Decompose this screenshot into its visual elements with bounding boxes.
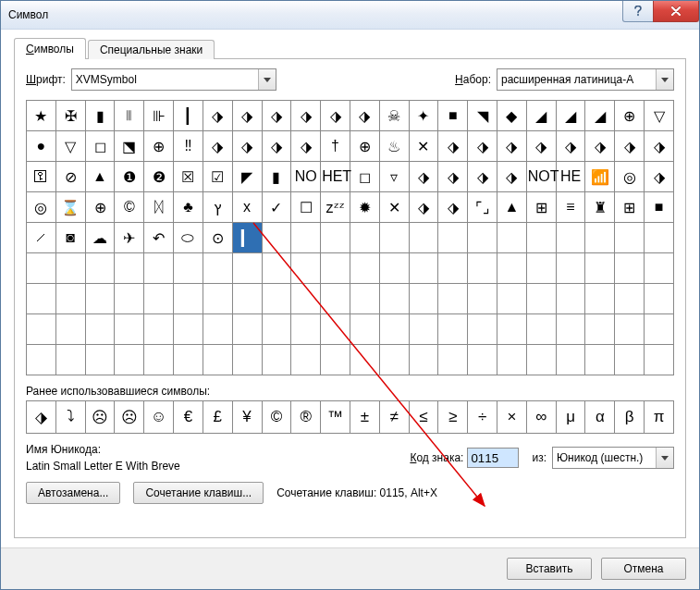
symbol-cell[interactable]: ☒ xyxy=(174,162,203,192)
symbol-cell[interactable] xyxy=(291,253,321,284)
symbol-cell[interactable]: ⬗ xyxy=(262,101,291,131)
symbol-cell[interactable]: HET xyxy=(321,162,350,192)
symbol-cell[interactable] xyxy=(85,314,115,345)
symbol-cell[interactable]: ▲ xyxy=(85,162,115,192)
symbol-cell[interactable] xyxy=(27,345,56,375)
symbol-cell[interactable]: ⬗ xyxy=(262,131,291,162)
symbol-cell[interactable]: ⬗ xyxy=(438,192,468,223)
symbol-cell[interactable]: ‼ xyxy=(174,131,203,162)
symbol-cell[interactable] xyxy=(409,284,438,314)
symbol-cell[interactable] xyxy=(262,223,291,253)
symbol-cell[interactable]: ✹ xyxy=(350,192,379,223)
symbol-cell[interactable]: ⬔ xyxy=(115,131,144,162)
symbol-cell[interactable]: ▿ xyxy=(379,162,409,192)
recent-cell[interactable]: ™ xyxy=(321,401,350,434)
help-button[interactable] xyxy=(622,1,654,22)
symbol-cell[interactable] xyxy=(321,223,350,253)
symbol-cell[interactable]: ★ xyxy=(27,101,56,131)
symbol-cell[interactable] xyxy=(615,223,645,253)
symbol-cell[interactable]: ⊪ xyxy=(144,101,174,131)
symbol-cell[interactable]: ⦀ xyxy=(115,101,144,131)
symbol-cell[interactable] xyxy=(174,253,203,284)
symbol-cell[interactable] xyxy=(526,223,556,253)
recent-cell[interactable]: £ xyxy=(203,401,232,434)
symbol-cell[interactable] xyxy=(497,284,527,314)
symbol-cell[interactable] xyxy=(203,284,232,314)
symbol-cell[interactable]: ■ xyxy=(645,192,674,223)
symbol-cell[interactable]: ⊙ xyxy=(203,223,232,253)
autoreplace-button[interactable]: Автозамена... xyxy=(26,482,120,504)
symbol-cell[interactable] xyxy=(645,284,674,314)
symbol-cell[interactable]: ≡ xyxy=(556,192,585,223)
symbol-cell[interactable] xyxy=(144,314,174,345)
symbol-cell[interactable]: ◥ xyxy=(468,101,497,131)
symbol-cell[interactable]: zᶻᶻ xyxy=(321,192,350,223)
recent-cell[interactable]: π xyxy=(645,401,674,434)
recent-cell[interactable]: © xyxy=(262,401,291,434)
symbol-cell[interactable]: ⬗ xyxy=(438,162,468,192)
symbol-cell[interactable] xyxy=(27,253,56,284)
symbol-cell[interactable] xyxy=(526,314,556,345)
symbol-cell[interactable]: ◎ xyxy=(615,162,645,192)
symbol-cell[interactable]: ⬗ xyxy=(203,131,232,162)
symbol-cell[interactable]: ⊕ xyxy=(85,192,115,223)
symbol-cell[interactable]: ⊘ xyxy=(55,162,85,192)
from-combo[interactable]: Юникод (шестн.) xyxy=(552,447,674,469)
symbol-cell[interactable] xyxy=(526,253,556,284)
recent-cell[interactable]: ⬗ xyxy=(27,401,56,434)
symbol-cell[interactable]: ♜ xyxy=(585,192,615,223)
tab-symbols[interactable]: Символы xyxy=(14,38,86,59)
symbol-cell[interactable]: ⬗ xyxy=(203,101,232,131)
close-button[interactable] xyxy=(653,1,699,22)
symbol-cell[interactable] xyxy=(379,223,409,253)
symbol-cell[interactable] xyxy=(468,345,497,375)
symbol-cell[interactable] xyxy=(350,223,379,253)
symbol-cell[interactable]: ◤ xyxy=(232,162,262,192)
symbol-cell[interactable] xyxy=(232,345,262,375)
symbol-cell[interactable] xyxy=(55,314,85,345)
symbol-cell[interactable] xyxy=(174,284,203,314)
symbol-cell[interactable] xyxy=(55,253,85,284)
symbol-cell[interactable]: x xyxy=(232,192,262,223)
symbol-cell[interactable] xyxy=(321,253,350,284)
code-input[interactable] xyxy=(467,448,519,468)
symbol-cell[interactable]: ◢ xyxy=(585,101,615,131)
symbol-cell[interactable]: ץ xyxy=(203,192,232,223)
symbol-cell[interactable] xyxy=(291,284,321,314)
symbol-cell[interactable]: ⬗ xyxy=(645,162,674,192)
symbol-cell[interactable] xyxy=(27,284,56,314)
recent-grid[interactable]: ⬗⤵☹☹☺€£¥©®™±≠≤≥÷×∞μαβπ xyxy=(26,400,674,434)
symbol-cell[interactable] xyxy=(379,314,409,345)
symbol-cell[interactable]: ⚿ xyxy=(27,162,56,192)
recent-cell[interactable]: ≠ xyxy=(379,401,409,434)
symbol-cell[interactable] xyxy=(291,314,321,345)
symbol-cell[interactable] xyxy=(350,253,379,284)
symbol-cell[interactable]: ◆ xyxy=(497,101,527,131)
symbol-cell[interactable]: ⬗ xyxy=(232,101,262,131)
symbol-cell[interactable]: ✈ xyxy=(115,223,144,253)
symbol-cell[interactable] xyxy=(409,314,438,345)
symbol-cell[interactable]: ◢ xyxy=(556,101,585,131)
symbol-cell[interactable] xyxy=(645,345,674,375)
symbol-cell[interactable] xyxy=(438,253,468,284)
symbol-cell[interactable]: ▎ xyxy=(232,223,262,253)
symbol-cell[interactable] xyxy=(350,314,379,345)
symbol-cell[interactable] xyxy=(232,253,262,284)
symbol-cell[interactable]: ⬗ xyxy=(585,131,615,162)
symbol-cell[interactable] xyxy=(409,223,438,253)
symbol-cell[interactable] xyxy=(645,223,674,253)
symbol-cell[interactable]: ● xyxy=(27,131,56,162)
symbol-cell[interactable] xyxy=(468,284,497,314)
symbol-cell[interactable]: ⬗ xyxy=(468,162,497,192)
symbol-cell[interactable]: ⬗ xyxy=(615,131,645,162)
symbol-cell[interactable] xyxy=(438,223,468,253)
symbol-cell[interactable] xyxy=(144,284,174,314)
symbol-cell[interactable]: † xyxy=(321,131,350,162)
recent-cell[interactable]: β xyxy=(615,401,645,434)
symbol-cell[interactable]: ⬗ xyxy=(291,101,321,131)
symbol-cell[interactable] xyxy=(615,314,645,345)
symbol-cell[interactable] xyxy=(497,253,527,284)
symbol-cell[interactable] xyxy=(409,253,438,284)
symbol-cell[interactable]: ✕ xyxy=(409,131,438,162)
recent-cell[interactable]: ☹ xyxy=(115,401,144,434)
